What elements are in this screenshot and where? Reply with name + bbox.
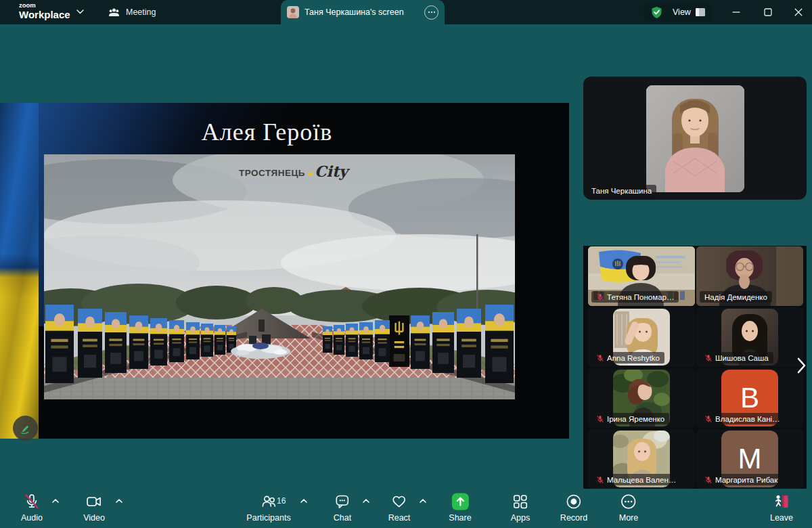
tab-meeting-label: Meeting xyxy=(126,7,156,17)
participant-name-label: Надія Демиденко xyxy=(700,291,772,303)
tab-avatar xyxy=(287,6,299,18)
share-button[interactable]: Share xyxy=(449,493,471,523)
camera-icon xyxy=(85,493,103,510)
speaker-name-text: Таня Черкашина xyxy=(591,187,652,195)
zoom-workplace-logo: zoom Workplace xyxy=(19,2,70,20)
participant-name-text: Надія Демиденко xyxy=(704,293,767,301)
leave-label: Leave xyxy=(770,513,793,523)
muted-mic-icon xyxy=(704,476,713,484)
pencil-icon xyxy=(19,422,32,435)
participant-name-label: Маргарита Рибак xyxy=(700,474,782,485)
apps-button[interactable]: Apps xyxy=(511,493,531,523)
meeting-toolbar: Audio Video Participants 16 xyxy=(0,489,812,528)
audio-button[interactable]: Audio xyxy=(21,493,43,523)
watermark-city-name: ТРОСТЯНЕЦЬ xyxy=(239,168,305,178)
tab-options-ellipsis-icon[interactable] xyxy=(424,5,438,20)
flag-shading xyxy=(0,103,39,439)
watermark: ТРОСТЯНЕЦЬ City xyxy=(239,165,348,180)
shared-screen-view: Алея Героїв xyxy=(0,103,569,439)
video-button[interactable]: Video xyxy=(83,493,105,523)
participant-name-text: Шишова Саша xyxy=(715,354,769,362)
participant-gallery: Тетяна Пономар… Надія Демиденко xyxy=(583,246,807,489)
view-button-label: View xyxy=(673,7,691,17)
muted-mic-icon xyxy=(704,415,713,423)
memorial-photo: ТРОСТЯНЕЦЬ City xyxy=(44,154,515,399)
participant-name-label: Владислав Кані… xyxy=(700,413,785,424)
window-maximize-button[interactable] xyxy=(753,0,783,24)
workspace-menu-chevron-icon[interactable] xyxy=(76,9,84,14)
secure-view-group: View xyxy=(644,3,712,21)
participant-tile-maltseva[interactable]: Мальцева Вален… xyxy=(588,429,695,489)
participant-tile-shyshova[interactable]: Шишова Саша xyxy=(696,307,803,367)
participants-icon xyxy=(260,493,277,510)
record-label: Record xyxy=(560,513,587,523)
video-menu-chevron-icon[interactable] xyxy=(116,499,122,503)
react-menu-chevron-icon[interactable] xyxy=(420,499,426,503)
tab-shared-screen-label: Таня Черкашина's screen xyxy=(304,7,419,17)
muted-mic-icon xyxy=(596,293,604,301)
apps-label: Apps xyxy=(511,513,531,523)
react-button[interactable]: React xyxy=(388,493,411,523)
participant-name-label: Мальцева Вален… xyxy=(591,474,681,485)
participant-name-text: Владислав Кані… xyxy=(715,415,780,423)
chat-button[interactable]: Chat xyxy=(334,493,351,523)
participant-name-label: Ірина Яременко xyxy=(591,413,669,424)
meeting-people-icon xyxy=(108,7,120,18)
logo-zoom-text: zoom xyxy=(19,2,70,9)
video-label: Video xyxy=(83,513,105,523)
leave-door-icon xyxy=(773,493,790,510)
heart-icon xyxy=(390,493,408,510)
more-button[interactable]: More xyxy=(619,493,638,523)
speaker-video xyxy=(646,85,744,192)
tab-shared-screen[interactable]: Таня Черкашина's screen xyxy=(281,0,445,24)
audio-menu-chevron-icon[interactable] xyxy=(52,499,59,503)
participant-name-text: Мальцева Вален… xyxy=(607,476,676,484)
logo-workplace-text: Workplace xyxy=(19,9,70,20)
participant-name-label: Тетяна Пономар… xyxy=(591,291,679,303)
speaker-video-tile[interactable]: Таня Черкашина xyxy=(583,76,807,200)
participants-label: Participants xyxy=(246,513,290,523)
audio-label: Audio xyxy=(21,513,43,523)
speaker-name-label: Таня Черкашина xyxy=(587,185,656,196)
mic-muted-icon xyxy=(23,493,41,510)
participant-tile-iryna[interactable]: Ірина Яременко xyxy=(588,368,695,428)
watermark-dot-icon xyxy=(309,172,313,176)
participants-menu-chevron-icon[interactable] xyxy=(300,499,307,503)
titlebar: zoom Workplace Meeting Таня Черкашина's … xyxy=(0,0,812,24)
muted-mic-icon xyxy=(596,354,604,362)
participant-name-text: Маргарита Рибак xyxy=(715,476,777,484)
gallery-next-page-chevron[interactable] xyxy=(793,356,809,375)
participant-tile-vladyslav[interactable]: B Владислав Кані… xyxy=(696,368,803,428)
participant-tile-anna[interactable]: Anna Reshytko xyxy=(588,307,695,367)
window-close-button[interactable] xyxy=(784,0,812,24)
react-label: React xyxy=(388,513,411,523)
tab-meeting[interactable]: Meeting xyxy=(100,0,164,24)
leave-button[interactable]: Leave xyxy=(770,493,793,523)
more-ellipsis-icon xyxy=(620,493,637,510)
muted-mic-icon xyxy=(596,415,604,423)
record-icon xyxy=(565,493,583,510)
participant-name-label: Шишова Саша xyxy=(700,352,773,364)
window-minimize-button[interactable] xyxy=(721,0,751,24)
muted-mic-icon xyxy=(596,476,604,484)
apps-grid-icon xyxy=(512,493,529,510)
share-screen-icon xyxy=(451,493,469,510)
participants-count: 16 xyxy=(277,496,286,506)
annotate-button[interactable] xyxy=(13,416,38,441)
zoom-meeting-window: { "titlebar": { "logo_line1": "zoom", "l… xyxy=(0,0,812,528)
participant-tile-nadiia[interactable]: Надія Демиденко xyxy=(696,246,803,306)
participant-name-text: Тетяна Пономар… xyxy=(607,293,674,301)
view-layout-icon xyxy=(696,8,705,16)
chat-label: Chat xyxy=(334,513,351,523)
chat-menu-chevron-icon[interactable] xyxy=(363,499,369,503)
chat-bubble-icon xyxy=(334,493,351,510)
record-button[interactable]: Record xyxy=(560,493,587,523)
participant-tile-tetiana[interactable]: Тетяна Пономар… xyxy=(588,246,695,306)
participant-tile-marharyta[interactable]: M Маргарита Рибак xyxy=(696,429,803,489)
view-button[interactable]: View xyxy=(673,7,705,17)
participant-name-label: Anna Reshytko xyxy=(591,352,664,364)
security-shield-icon[interactable] xyxy=(650,6,663,19)
share-label: Share xyxy=(449,513,471,523)
participant-name-text: Anna Reshytko xyxy=(607,354,660,362)
muted-mic-icon xyxy=(704,354,713,362)
